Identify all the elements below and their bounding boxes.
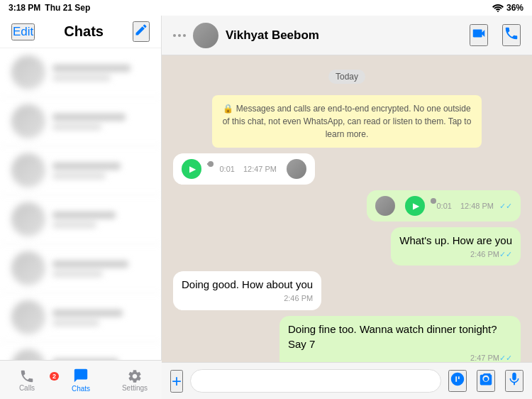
tab-bar: Calls 2 Chats Settings	[0, 360, 162, 399]
voice-duration: 0:01	[219, 165, 234, 173]
avatar	[11, 251, 45, 285]
voice-call-button[interactable]	[502, 24, 521, 46]
list-item[interactable]	[0, 48, 161, 97]
play-icon: ▶	[413, 201, 419, 211]
voice-message-sent[interactable]: ▶ 0:01 12:48 PM ✓✓	[367, 190, 521, 222]
sender-avatar	[287, 159, 306, 179]
battery: 36%	[506, 3, 523, 13]
svg-point-0	[497, 11, 499, 12]
avatar	[11, 104, 45, 138]
message-time: 2:46 PM	[470, 249, 499, 260]
tab-settings[interactable]: Settings	[108, 361, 162, 399]
add-attachment-button[interactable]: +	[170, 370, 183, 393]
chat-area: Vikhyat Beebom Today	[162, 16, 532, 399]
table-row: What's up. How are you 2:46 PM ✓✓	[173, 227, 521, 266]
play-button[interactable]: ▶	[405, 196, 425, 216]
table-row: ▶ 0:01 12:47 PM	[173, 153, 521, 185]
avatar	[11, 55, 45, 89]
input-icons	[448, 370, 523, 392]
time: 3:18 PM	[9, 3, 40, 13]
chats-badge: 2	[50, 372, 59, 381]
sticker-icon	[450, 371, 465, 387]
status-left: 3:18 PM Thu 21 Sep	[9, 3, 90, 13]
settings-icon	[127, 368, 143, 384]
edit-button[interactable]: Edit	[11, 23, 35, 40]
sender-avatar	[375, 196, 395, 216]
chats-title: Chats	[64, 23, 104, 40]
voice-time: 12:48 PM	[460, 202, 494, 210]
list-item[interactable]	[0, 244, 161, 293]
message-text: Doing good. How about you	[182, 278, 313, 290]
chats-icon	[73, 368, 89, 383]
avatar	[11, 300, 45, 334]
avatar	[11, 202, 45, 236]
message-text: What's up. How are you	[399, 234, 512, 246]
compose-icon	[134, 23, 148, 37]
message-bubble[interactable]: What's up. How are you 2:46 PM ✓✓	[391, 227, 521, 266]
chat-input-bar: +	[162, 362, 532, 399]
tab-calls[interactable]: Calls	[0, 361, 54, 399]
message-time: 2:46 PM	[284, 293, 313, 304]
message-time: 2:47 PM	[470, 353, 499, 362]
header-dots	[173, 34, 186, 37]
message-bubble[interactable]: Doing fine too. Wanna watch dinner tonig…	[279, 316, 521, 362]
video-icon	[471, 26, 487, 41]
table-row: Doing fine too. Wanna watch dinner tonig…	[173, 316, 521, 362]
list-item[interactable]	[0, 195, 161, 244]
voice-duration: 0:01	[436, 202, 451, 210]
chats-label: Chats	[72, 385, 90, 393]
status-bar: 3:18 PM Thu 21 Sep 36%	[0, 0, 532, 16]
settings-label: Settings	[122, 384, 148, 392]
contact-avatar	[193, 23, 218, 48]
message-ticks: ✓✓	[499, 202, 512, 211]
play-button[interactable]: ▶	[182, 159, 201, 179]
message-ticks: ✓✓	[499, 353, 512, 362]
message-text: Doing fine too. Wanna watch dinner tonig…	[288, 323, 497, 350]
compose-button[interactable]	[133, 21, 150, 42]
camera-icon	[478, 371, 494, 387]
main-content: Edit Chats	[0, 16, 532, 399]
voice-message-received[interactable]: ▶ 0:01 12:47 PM	[173, 153, 315, 185]
message-ticks: ✓✓	[499, 249, 512, 260]
wifi-icon	[492, 4, 504, 12]
message-input[interactable]	[190, 369, 441, 393]
camera-button[interactable]	[477, 370, 495, 392]
header-actions	[470, 24, 521, 46]
mic-button[interactable]	[505, 370, 523, 392]
status-right: 36%	[492, 3, 523, 13]
play-icon: ▶	[189, 164, 196, 174]
message-bubble[interactable]: Doing good. How about you 2:46 PM	[173, 271, 321, 310]
date-divider: Today	[173, 70, 521, 84]
sidebar-list	[0, 48, 161, 360]
encryption-notice[interactable]: 🔒 Messages and calls are end-to-end encr…	[212, 95, 482, 148]
avatar	[11, 349, 45, 360]
calls-label: Calls	[19, 384, 35, 392]
list-item[interactable]	[0, 293, 161, 342]
messages-container: Today 🔒 Messages and calls are end-to-en…	[162, 55, 532, 362]
sticker-button[interactable]	[448, 370, 467, 392]
sidebar: Edit Chats	[0, 16, 162, 399]
voice-time: 12:47 PM	[243, 165, 277, 173]
sidebar-header: Edit Chats	[0, 16, 161, 48]
list-item[interactable]	[0, 97, 161, 146]
date-label: Today	[328, 70, 365, 84]
mic-icon	[506, 371, 522, 387]
tab-chats[interactable]: 2 Chats	[54, 361, 108, 399]
date: Thu 21 Sep	[45, 3, 90, 13]
list-item[interactable]	[0, 146, 161, 195]
list-item[interactable]	[0, 342, 161, 360]
video-call-button[interactable]	[470, 24, 488, 46]
phone-icon	[504, 26, 519, 41]
calls-icon	[19, 368, 35, 384]
waveform	[207, 163, 214, 165]
contact-name: Vikhyat Beebom	[226, 28, 462, 43]
chat-header: Vikhyat Beebom	[162, 16, 532, 55]
avatar	[11, 153, 45, 187]
table-row: ▶ 0:01 12:48 PM ✓✓	[173, 190, 521, 222]
table-row: Doing good. How about you 2:46 PM	[173, 271, 521, 310]
